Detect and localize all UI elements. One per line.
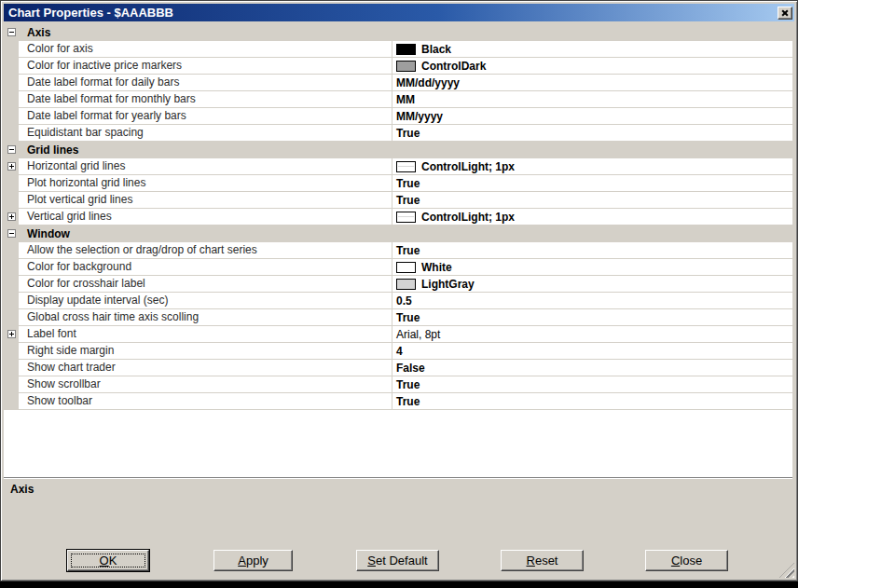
property-name[interactable]: Display update interval (sec) bbox=[19, 293, 392, 308]
property-value[interactable]: True bbox=[392, 175, 792, 191]
ok-button[interactable]: OK bbox=[67, 550, 149, 571]
property-name[interactable]: Date label format for daily bars bbox=[19, 75, 392, 90]
property-row[interactable]: Allow the selection or drag/drop of char… bbox=[4, 242, 792, 259]
property-value[interactable]: MM bbox=[392, 91, 792, 107]
property-row[interactable]: Show toolbarTrue bbox=[4, 393, 792, 410]
property-row[interactable]: Date label format for monthly barsMM bbox=[4, 91, 792, 108]
property-name[interactable]: Label font bbox=[19, 326, 392, 342]
property-value[interactable]: True bbox=[392, 125, 792, 141]
property-name[interactable]: Plot horizontal grid lines bbox=[19, 175, 392, 191]
property-value[interactable]: True bbox=[392, 192, 792, 208]
property-name[interactable]: Equidistant bar spacing bbox=[19, 125, 392, 141]
property-value-text: ControlLight; 1px bbox=[421, 211, 515, 224]
row-margin bbox=[4, 376, 19, 392]
row-margin bbox=[4, 360, 19, 376]
property-row[interactable]: Color for inactive price markersControlD… bbox=[4, 58, 792, 75]
row-margin bbox=[4, 326, 19, 342]
property-row[interactable]: Display update interval (sec)0.5 bbox=[4, 293, 792, 309]
property-name[interactable]: Plot vertical grid lines bbox=[19, 192, 392, 208]
property-value[interactable]: LightGray bbox=[392, 276, 792, 292]
property-value[interactable]: Black bbox=[392, 41, 792, 57]
property-name[interactable]: Right side margin bbox=[19, 343, 392, 359]
property-name[interactable]: Show chart trader bbox=[19, 360, 392, 376]
expand-icon[interactable] bbox=[7, 212, 16, 221]
property-value-text: MM/yyyy bbox=[396, 110, 443, 123]
collapse-icon[interactable] bbox=[7, 145, 16, 154]
color-swatch bbox=[396, 279, 416, 290]
color-swatch bbox=[396, 61, 416, 72]
property-value-text: True bbox=[396, 244, 420, 257]
property-row[interactable]: Color for crosshair labelLightGray bbox=[4, 276, 792, 293]
category-row[interactable]: Window bbox=[4, 226, 792, 242]
close-button[interactable]: Close bbox=[645, 550, 728, 571]
property-value[interactable]: Arial, 8pt bbox=[392, 326, 792, 342]
property-name[interactable]: Horizontal grid lines bbox=[19, 158, 392, 174]
category-row[interactable]: Grid lines bbox=[4, 142, 792, 158]
row-margin bbox=[4, 175, 19, 191]
property-row[interactable]: Vertical grid linesControlLight; 1px bbox=[4, 209, 792, 226]
property-row[interactable]: Show scrollbarTrue bbox=[4, 376, 792, 393]
property-row[interactable]: Plot horizontal grid linesTrue bbox=[4, 175, 792, 192]
expand-icon[interactable] bbox=[7, 330, 16, 338]
property-value[interactable]: True bbox=[392, 309, 792, 325]
property-row[interactable]: Label fontArial, 8pt bbox=[4, 326, 792, 343]
property-row[interactable]: Global cross hair time axis scollingTrue bbox=[4, 309, 792, 326]
property-value[interactable]: 4 bbox=[392, 343, 792, 359]
property-row[interactable]: Color for axisBlack bbox=[4, 41, 792, 58]
property-value[interactable]: True bbox=[392, 376, 792, 392]
set-default-button[interactable]: Set Default bbox=[356, 550, 439, 571]
property-value[interactable]: ControlLight; 1px bbox=[392, 209, 792, 225]
property-value[interactable]: MM/yyyy bbox=[392, 108, 792, 124]
property-value-text: Black bbox=[421, 43, 451, 56]
category-label: Window bbox=[19, 226, 792, 242]
property-name[interactable]: Show scrollbar bbox=[19, 376, 392, 392]
property-row[interactable]: Equidistant bar spacingTrue bbox=[4, 125, 792, 142]
color-swatch bbox=[396, 44, 416, 55]
close-icon bbox=[781, 9, 789, 17]
resize-grip[interactable] bbox=[779, 563, 794, 578]
property-name[interactable]: Color for crosshair label bbox=[19, 276, 392, 292]
row-margin bbox=[4, 309, 19, 325]
property-value[interactable]: True bbox=[392, 242, 792, 258]
row-margin bbox=[4, 142, 19, 158]
row-margin bbox=[4, 75, 19, 90]
property-value[interactable]: White bbox=[392, 259, 792, 275]
collapse-icon[interactable] bbox=[7, 28, 16, 36]
close-button[interactable] bbox=[778, 7, 792, 20]
property-name[interactable]: Date label format for monthly bars bbox=[19, 91, 392, 107]
property-row[interactable]: Color for backgroundWhite bbox=[4, 259, 792, 276]
line-style-swatch bbox=[396, 161, 416, 172]
property-row[interactable]: Show chart traderFalse bbox=[4, 360, 792, 376]
collapse-icon[interactable] bbox=[7, 229, 16, 238]
color-swatch bbox=[396, 262, 416, 273]
property-value-text: MM/dd/yyyy bbox=[396, 76, 460, 89]
property-value[interactable]: False bbox=[392, 360, 792, 376]
property-name[interactable]: Global cross hair time axis scolling bbox=[19, 309, 392, 325]
property-row[interactable]: Plot vertical grid linesTrue bbox=[4, 192, 792, 209]
background-window-strip bbox=[0, 581, 798, 588]
property-name[interactable]: Color for inactive price markers bbox=[19, 58, 392, 74]
property-name[interactable]: Allow the selection or drag/drop of char… bbox=[19, 242, 392, 258]
property-row[interactable]: Right side margin4 bbox=[4, 343, 792, 360]
property-name[interactable]: Color for background bbox=[19, 259, 392, 275]
reset-button[interactable]: Reset bbox=[501, 550, 584, 571]
property-name[interactable]: Show toolbar bbox=[19, 393, 392, 409]
property-value[interactable]: 0.5 bbox=[392, 293, 792, 308]
property-row[interactable]: Date label format for daily barsMM/dd/yy… bbox=[4, 75, 792, 91]
property-row[interactable]: Horizontal grid linesControlLight; 1px bbox=[4, 158, 792, 175]
property-name[interactable]: Date label format for yearly bars bbox=[19, 108, 392, 124]
property-value[interactable]: ControlLight; 1px bbox=[392, 158, 792, 174]
property-value[interactable]: MM/dd/yyyy bbox=[392, 75, 792, 90]
property-value[interactable]: True bbox=[392, 393, 792, 409]
property-row[interactable]: Date label format for yearly barsMM/yyyy bbox=[4, 108, 792, 125]
property-name[interactable]: Vertical grid lines bbox=[19, 209, 392, 225]
property-value-text: 4 bbox=[396, 345, 403, 358]
expand-icon[interactable] bbox=[7, 162, 16, 171]
category-row[interactable]: Axis bbox=[4, 24, 792, 41]
title-bar[interactable]: Chart Properties - $AAABBB bbox=[4, 4, 794, 21]
property-value[interactable]: ControlDark bbox=[392, 58, 792, 74]
apply-button[interactable]: Apply bbox=[213, 550, 293, 571]
row-margin bbox=[4, 125, 19, 141]
property-value-text: False bbox=[396, 362, 425, 375]
property-name[interactable]: Color for axis bbox=[19, 41, 392, 57]
